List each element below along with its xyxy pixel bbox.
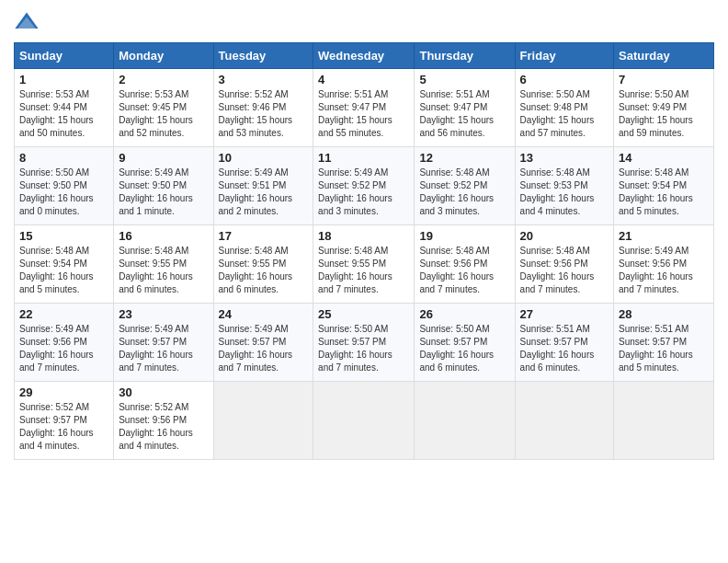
day-info: Sunrise: 5:51 AMSunset: 9:47 PMDaylight:… <box>318 88 409 140</box>
day-number: 15 <box>19 229 108 243</box>
calendar-cell: 30Sunrise: 5:52 AMSunset: 9:56 PMDayligh… <box>114 382 213 460</box>
week-row-2: 8Sunrise: 5:50 AMSunset: 9:50 PMDaylight… <box>15 147 714 225</box>
calendar-cell: 12Sunrise: 5:48 AMSunset: 9:52 PMDayligh… <box>415 147 515 225</box>
calendar-cell: 29Sunrise: 5:52 AMSunset: 9:57 PMDayligh… <box>15 382 114 460</box>
day-info: Sunrise: 5:50 AMSunset: 9:48 PMDaylight:… <box>520 88 609 140</box>
day-info: Sunrise: 5:48 AMSunset: 9:53 PMDaylight:… <box>520 167 609 218</box>
calendar-cell: 20Sunrise: 5:48 AMSunset: 9:56 PMDayligh… <box>515 225 613 304</box>
day-number: 30 <box>119 385 208 399</box>
calendar-cell: 8Sunrise: 5:50 AMSunset: 9:50 PMDaylight… <box>15 147 114 225</box>
day-info: Sunrise: 5:49 AMSunset: 9:56 PMDaylight:… <box>619 245 709 296</box>
day-number: 23 <box>119 307 208 321</box>
calendar-cell: 14Sunrise: 5:48 AMSunset: 9:54 PMDayligh… <box>614 147 714 225</box>
day-info: Sunrise: 5:48 AMSunset: 9:52 PMDaylight:… <box>419 167 509 218</box>
calendar-cell: 10Sunrise: 5:49 AMSunset: 9:51 PMDayligh… <box>213 147 313 225</box>
weekday-header-thursday: Thursday <box>415 43 515 69</box>
calendar-cell: 24Sunrise: 5:49 AMSunset: 9:57 PMDayligh… <box>213 304 313 382</box>
day-number: 25 <box>318 307 409 321</box>
calendar-cell: 16Sunrise: 5:48 AMSunset: 9:55 PMDayligh… <box>114 225 213 304</box>
day-info: Sunrise: 5:51 AMSunset: 9:57 PMDaylight:… <box>619 323 709 374</box>
calendar-cell: 17Sunrise: 5:48 AMSunset: 9:55 PMDayligh… <box>213 225 313 304</box>
day-number: 11 <box>318 151 409 165</box>
day-info: Sunrise: 5:48 AMSunset: 9:55 PMDaylight:… <box>318 245 409 296</box>
page-header <box>14 9 714 35</box>
calendar-cell: 3Sunrise: 5:52 AMSunset: 9:46 PMDaylight… <box>213 69 313 147</box>
day-info: Sunrise: 5:52 AMSunset: 9:57 PMDaylight:… <box>19 401 108 453</box>
day-number: 9 <box>119 151 208 165</box>
week-row-4: 22Sunrise: 5:49 AMSunset: 9:56 PMDayligh… <box>15 304 714 382</box>
weekday-header-friday: Friday <box>515 43 613 69</box>
day-info: Sunrise: 5:48 AMSunset: 9:56 PMDaylight:… <box>419 245 509 296</box>
calendar-cell: 5Sunrise: 5:51 AMSunset: 9:47 PMDaylight… <box>415 69 515 147</box>
day-number: 12 <box>419 151 509 165</box>
calendar-cell: 26Sunrise: 5:50 AMSunset: 9:57 PMDayligh… <box>415 304 515 382</box>
week-row-5: 29Sunrise: 5:52 AMSunset: 9:57 PMDayligh… <box>15 382 714 460</box>
day-info: Sunrise: 5:49 AMSunset: 9:52 PMDaylight:… <box>318 167 409 218</box>
calendar-cell: 21Sunrise: 5:49 AMSunset: 9:56 PMDayligh… <box>614 225 714 304</box>
day-info: Sunrise: 5:52 AMSunset: 9:56 PMDaylight:… <box>119 401 208 453</box>
weekday-header-saturday: Saturday <box>614 43 714 69</box>
calendar-cell: 27Sunrise: 5:51 AMSunset: 9:57 PMDayligh… <box>515 304 613 382</box>
day-info: Sunrise: 5:53 AMSunset: 9:44 PMDaylight:… <box>19 88 108 140</box>
calendar-cell: 28Sunrise: 5:51 AMSunset: 9:57 PMDayligh… <box>614 304 714 382</box>
logo-icon <box>14 9 40 35</box>
week-row-1: 1Sunrise: 5:53 AMSunset: 9:44 PMDaylight… <box>15 69 714 147</box>
calendar-cell: 1Sunrise: 5:53 AMSunset: 9:44 PMDaylight… <box>15 69 114 147</box>
calendar-cell: 18Sunrise: 5:48 AMSunset: 9:55 PMDayligh… <box>313 225 415 304</box>
day-number: 13 <box>520 151 609 165</box>
day-info: Sunrise: 5:50 AMSunset: 9:57 PMDaylight:… <box>318 323 409 374</box>
day-info: Sunrise: 5:51 AMSunset: 9:47 PMDaylight:… <box>419 88 509 140</box>
calendar-cell: 23Sunrise: 5:49 AMSunset: 9:57 PMDayligh… <box>114 304 213 382</box>
day-number: 18 <box>318 229 409 243</box>
calendar-cell: 11Sunrise: 5:49 AMSunset: 9:52 PMDayligh… <box>313 147 415 225</box>
day-number: 14 <box>619 151 709 165</box>
weekday-header-tuesday: Tuesday <box>213 43 313 69</box>
calendar-cell <box>614 382 714 460</box>
calendar-cell <box>213 382 313 460</box>
day-info: Sunrise: 5:50 AMSunset: 9:57 PMDaylight:… <box>419 323 509 374</box>
calendar-cell: 13Sunrise: 5:48 AMSunset: 9:53 PMDayligh… <box>515 147 613 225</box>
calendar-cell: 2Sunrise: 5:53 AMSunset: 9:45 PMDaylight… <box>114 69 213 147</box>
logo <box>14 9 43 35</box>
calendar-cell <box>415 382 515 460</box>
day-info: Sunrise: 5:48 AMSunset: 9:55 PMDaylight:… <box>119 245 208 296</box>
calendar-page: SundayMondayTuesdayWednesdayThursdayFrid… <box>0 0 728 563</box>
day-number: 22 <box>19 307 108 321</box>
calendar-cell: 25Sunrise: 5:50 AMSunset: 9:57 PMDayligh… <box>313 304 415 382</box>
day-number: 6 <box>520 73 609 86</box>
day-number: 29 <box>19 385 108 399</box>
day-number: 8 <box>19 151 108 165</box>
calendar-cell: 15Sunrise: 5:48 AMSunset: 9:54 PMDayligh… <box>15 225 114 304</box>
day-number: 28 <box>619 307 709 321</box>
day-number: 17 <box>219 229 309 243</box>
day-info: Sunrise: 5:49 AMSunset: 9:57 PMDaylight:… <box>219 323 309 374</box>
calendar-cell: 19Sunrise: 5:48 AMSunset: 9:56 PMDayligh… <box>415 225 515 304</box>
day-number: 21 <box>619 229 709 243</box>
week-row-3: 15Sunrise: 5:48 AMSunset: 9:54 PMDayligh… <box>15 225 714 304</box>
day-info: Sunrise: 5:49 AMSunset: 9:57 PMDaylight:… <box>119 323 208 374</box>
day-number: 5 <box>419 73 509 86</box>
weekday-header-row: SundayMondayTuesdayWednesdayThursdayFrid… <box>15 43 714 69</box>
day-number: 3 <box>219 73 309 86</box>
day-number: 20 <box>520 229 609 243</box>
day-info: Sunrise: 5:49 AMSunset: 9:56 PMDaylight:… <box>19 323 108 374</box>
day-info: Sunrise: 5:50 AMSunset: 9:49 PMDaylight:… <box>619 88 709 140</box>
day-number: 10 <box>219 151 309 165</box>
day-info: Sunrise: 5:49 AMSunset: 9:51 PMDaylight:… <box>219 167 309 218</box>
calendar-cell: 7Sunrise: 5:50 AMSunset: 9:49 PMDaylight… <box>614 69 714 147</box>
weekday-header-sunday: Sunday <box>15 43 114 69</box>
day-number: 24 <box>219 307 309 321</box>
day-number: 1 <box>19 73 108 86</box>
calendar-cell: 22Sunrise: 5:49 AMSunset: 9:56 PMDayligh… <box>15 304 114 382</box>
day-info: Sunrise: 5:48 AMSunset: 9:55 PMDaylight:… <box>219 245 309 296</box>
day-info: Sunrise: 5:50 AMSunset: 9:50 PMDaylight:… <box>19 167 108 218</box>
weekday-header-monday: Monday <box>114 43 213 69</box>
day-info: Sunrise: 5:51 AMSunset: 9:57 PMDaylight:… <box>520 323 609 374</box>
day-info: Sunrise: 5:48 AMSunset: 9:56 PMDaylight:… <box>520 245 609 296</box>
calendar-cell <box>313 382 415 460</box>
day-info: Sunrise: 5:49 AMSunset: 9:50 PMDaylight:… <box>119 167 208 218</box>
weekday-header-wednesday: Wednesday <box>313 43 415 69</box>
day-number: 19 <box>419 229 509 243</box>
day-info: Sunrise: 5:48 AMSunset: 9:54 PMDaylight:… <box>19 245 108 296</box>
day-number: 27 <box>520 307 609 321</box>
